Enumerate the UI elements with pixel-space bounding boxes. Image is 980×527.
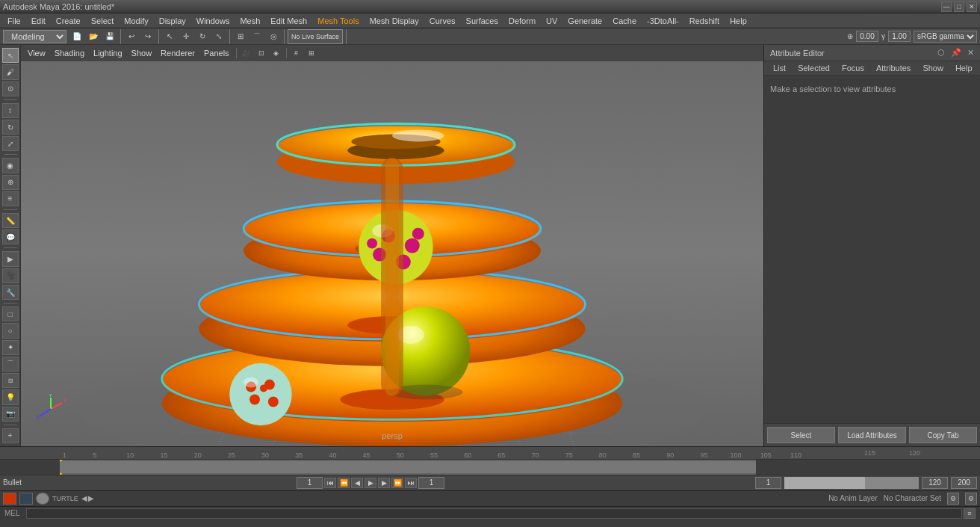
attr-tab-focus[interactable]: Focus [836,61,870,75]
deform-btn[interactable]: ⧈ [2,373,19,388]
cube-btn[interactable]: □ [2,306,19,321]
color-swatch-1[interactable] [3,493,16,505]
play-btn[interactable]: ▶ [365,478,376,488]
attr-tab-help[interactable]: Help [949,61,979,75]
panels-menu[interactable]: Panels [200,47,233,59]
rotate-tool-icon[interactable]: ↻ [195,29,210,44]
render-btn[interactable]: ▶ [2,251,19,266]
view-menu[interactable]: View [24,47,49,59]
scale-btn[interactable]: ⤢ [2,136,19,151]
layer-prev-arrow[interactable]: ◀ [81,494,87,502]
next-frame-btn[interactable]: ▶ [378,478,390,488]
minimize-button[interactable]: — [941,1,952,12]
menu-modify[interactable]: Modify [120,15,152,27]
save-scene-icon[interactable]: 💾 [102,29,117,44]
menu-cache[interactable]: Cache [608,15,641,27]
menu-help[interactable]: Help [725,15,751,27]
extra-btn[interactable]: + [2,428,19,443]
anim-settings-btn[interactable]: ⚙ [947,493,959,505]
mode-dropdown[interactable]: Modeling Rigging Animation FX Rendering [3,30,66,43]
range-start2-input[interactable] [755,477,781,489]
snap-curve-icon[interactable]: ⌒ [249,29,264,44]
select-tool-icon[interactable]: ↖ [162,29,177,44]
select-mode-btn[interactable]: ↖ [2,48,19,63]
attr-tab-list[interactable]: List [767,61,792,75]
menu-generate[interactable]: Generate [563,15,607,27]
menu-file[interactable]: File [3,15,25,27]
go-start-btn[interactable]: ⏮ [324,478,336,488]
lasso-btn[interactable]: ⊙ [2,81,19,96]
load-attributes-button[interactable]: Load Attributes [838,427,906,443]
maximize-button[interactable]: □ [954,1,964,12]
prev-frame-btn[interactable]: ◀ [351,478,363,488]
script-editor-btn[interactable]: ≡ [964,508,976,519]
resolution-icon[interactable]: ⊞ [305,46,318,60]
attr-tab-show[interactable]: Show [917,61,949,75]
redo-icon[interactable]: ↪ [140,29,155,44]
go-end-btn[interactable]: ⏭ [405,478,417,488]
menu-windows[interactable]: Windows [192,15,235,27]
step-back-btn[interactable]: ⏪ [338,478,350,488]
step-fwd-btn[interactable]: ⏩ [391,478,403,488]
snap-point-icon[interactable]: ◎ [266,29,281,44]
attr-pin-icon[interactable]: 📌 [951,48,961,58]
align-btn[interactable]: ≡ [2,191,19,206]
soft-select-btn[interactable]: ◉ [2,158,19,173]
renderer-menu[interactable]: Renderer [157,47,199,59]
measure-btn[interactable]: 📏 [2,213,19,228]
snap-btn[interactable]: ⊕ [2,175,19,190]
range-end-input[interactable]: 120 [922,477,948,489]
range-start-input[interactable]: 1 [297,477,323,489]
move-btn[interactable]: ↕ [2,103,19,118]
joint-btn[interactable]: ✦ [2,340,19,355]
ipr-btn[interactable]: 🎥 [2,268,19,283]
timeline-track[interactable] [60,460,756,474]
menu-redshift[interactable]: Redshift [685,15,724,27]
anim-end-input[interactable]: 200 [951,477,977,489]
move-tool-icon[interactable]: ✛ [179,29,193,44]
menu-display[interactable]: Display [155,15,190,27]
new-scene-icon[interactable]: 📄 [69,29,84,44]
camera-icon[interactable]: 🎥 [240,46,253,60]
color-swatch-3[interactable] [36,493,49,505]
open-scene-icon[interactable]: 📂 [86,29,101,44]
light-btn[interactable]: 💡 [2,389,19,404]
copy-tab-button[interactable]: Copy Tab [909,427,977,443]
attr-tab-attributes[interactable]: Attributes [870,61,917,75]
exposure-input[interactable]: 0.00 [856,31,878,42]
menu-select[interactable]: Select [87,15,119,27]
menu-edit-mesh[interactable]: Edit Mesh [266,15,311,27]
menu-mesh-tools[interactable]: Mesh Tools [313,15,363,27]
grid-icon[interactable]: # [290,46,303,60]
timeline-range[interactable] [60,461,756,473]
menu-create[interactable]: Create [52,15,85,27]
menu-3dtoall[interactable]: -3DtoAll- [642,15,683,27]
menu-surfaces[interactable]: Surfaces [462,15,503,27]
lighting-menu[interactable]: Lighting [90,47,126,59]
undo-icon[interactable]: ↩ [124,29,139,44]
mel-input[interactable] [26,508,962,519]
menu-deform[interactable]: Deform [504,15,540,27]
show-menu[interactable]: Show [128,47,156,59]
layer-next-arrow[interactable]: ▶ [88,494,94,502]
curve-btn[interactable]: ⌒ [2,357,19,372]
color-swatch-2[interactable] [19,493,33,505]
paint-btn[interactable]: 🖌 [2,64,19,79]
attr-close-icon[interactable]: ✕ [967,48,974,58]
snap-grid-icon[interactable]: ⊞ [233,29,248,44]
menu-curves[interactable]: Curves [425,15,460,27]
wireframe-icon[interactable]: ⊡ [255,46,268,60]
sphere-btn[interactable]: ○ [2,323,19,338]
range-bar[interactable] [784,477,865,489]
menu-edit[interactable]: Edit [27,15,50,27]
menu-uv[interactable]: UV [542,15,562,27]
gamma-input[interactable]: 1.00 [888,31,911,42]
rotate-btn[interactable]: ↻ [2,120,19,135]
attr-tab-selected[interactable]: Selected [792,61,836,75]
menu-mesh[interactable]: Mesh [235,15,264,27]
gamma-profile-select[interactable]: sRGB gamma [914,31,977,43]
no-live-surface-button[interactable]: No Live Surface [288,29,343,44]
scene-btn[interactable]: 🔧 [2,285,19,300]
scale-tool-icon[interactable]: ⤡ [211,29,226,44]
select-button[interactable]: Select [767,427,835,443]
